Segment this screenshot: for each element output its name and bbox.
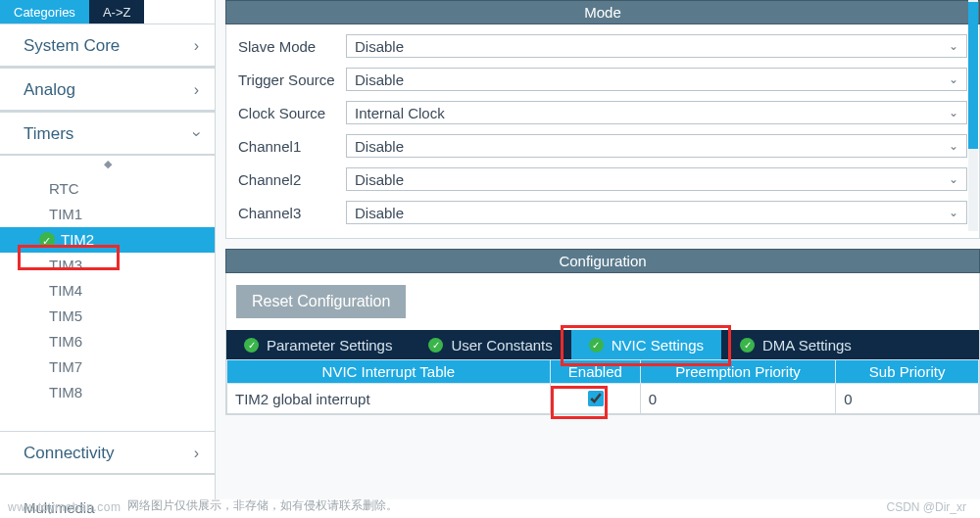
tab-parameter-settings[interactable]: ✓Parameter Settings [226, 330, 411, 359]
sidebar-tabs: Categories A->Z [0, 0, 215, 24]
sort-handle-icon[interactable]: ◆ [0, 156, 215, 176]
select-channel3[interactable]: Disable⌄ [346, 201, 967, 224]
tree-item-tim8[interactable]: TIM8 [0, 380, 215, 405]
th-interrupt: NVIC Interrupt Table [227, 360, 551, 384]
select-slave-mode[interactable]: Disable⌄ [346, 34, 967, 58]
check-icon: ✓ [244, 338, 259, 353]
cat-connectivity[interactable]: Connectivity › [0, 431, 215, 475]
tree-item-tim6[interactable]: TIM6 [0, 329, 215, 354]
mode-form: Slave Mode Disable⌄ Trigger Source Disab… [225, 24, 980, 239]
lbl-ch2: Channel2 [238, 171, 346, 188]
tab-user-constants[interactable]: ✓User Constants [411, 330, 570, 359]
check-icon: ✓ [740, 338, 755, 353]
lbl-slave: Slave Mode [238, 38, 346, 55]
checkbox-enabled[interactable] [588, 391, 604, 406]
right-panel: Mode Slave Mode Disable⌄ Trigger Source … [216, 0, 980, 499]
tree-item-tim4[interactable]: TIM4 [0, 278, 215, 304]
lbl-ch1: Channel1 [238, 138, 346, 155]
tab-nvic-settings[interactable]: ✓NVIC Settings [571, 330, 722, 359]
cell-sub[interactable]: 0 [836, 384, 979, 414]
cat-label: Timers [24, 124, 74, 144]
chevron-right-icon: › [194, 445, 199, 462]
chevron-right-icon: › [194, 37, 199, 55]
timer-tree: RTC TIM1 TIM2 TIM3 TIM4 TIM5 TIM6 TIM7 T… [0, 176, 215, 405]
cat-timers[interactable]: Timers › ◆ RTC TIM1 TIM2 TIM3 TIM4 TIM5 … [0, 112, 215, 405]
cell-interrupt-name: TIM2 global interrupt [227, 384, 551, 414]
check-icon: ✓ [428, 338, 443, 353]
chevron-down-icon: ⌄ [949, 206, 958, 219]
nvic-table: NVIC Interrupt Table Enabled Preemption … [226, 359, 979, 414]
select-clock-source[interactable]: Internal Clock⌄ [346, 101, 967, 124]
table-row[interactable]: TIM2 global interrupt 0 0 [227, 384, 979, 414]
app-root: Categories A->Z System Core › Analog › T… [0, 0, 980, 499]
mode-panel: Mode Slave Mode Disable⌄ Trigger Source … [225, 0, 980, 239]
footer-credit: CSDN @Dir_xr [886, 500, 966, 514]
cat-system-core[interactable]: System Core › [0, 24, 215, 68]
footer-hint: 网络图片仅供展示，非存储，如有侵权请联系删除。 [127, 497, 398, 514]
lbl-clock: Clock Source [238, 105, 346, 121]
th-preempt: Preemption Priority [640, 360, 835, 384]
chevron-down-icon: ⌄ [949, 139, 958, 153]
check-icon [39, 232, 55, 248]
cell-preempt[interactable]: 0 [640, 384, 835, 414]
config-panel: Configuration Reset Configuration ✓Param… [225, 249, 980, 415]
cat-analog[interactable]: Analog › [0, 68, 215, 112]
chevron-down-icon: ⌄ [949, 39, 958, 53]
sidebar-tab-categories[interactable]: Categories [0, 0, 89, 24]
cat-label: Connectivity [24, 444, 115, 463]
scrollbar-thumb[interactable] [968, 2, 978, 149]
config-tabs: ✓Parameter Settings ✓User Constants ✓NVI… [226, 330, 979, 359]
th-sub: Sub Priority [836, 360, 979, 384]
tree-item-tim2[interactable]: TIM2 [0, 227, 215, 253]
mode-header: Mode [225, 0, 980, 24]
tree-item-rtc[interactable]: RTC [0, 176, 215, 202]
chevron-down-icon: ⌄ [949, 72, 958, 86]
lbl-trigger: Trigger Source [238, 71, 346, 88]
cat-label: Analog [24, 80, 75, 100]
chevron-right-icon: › [194, 81, 199, 99]
check-icon: ✓ [589, 338, 604, 353]
tab-dma-settings[interactable]: ✓DMA Settings [722, 330, 870, 359]
chevron-down-icon: ⌄ [949, 106, 958, 119]
tree-item-tim3[interactable]: TIM3 [0, 253, 215, 278]
th-enabled: Enabled [550, 360, 640, 384]
lbl-ch3: Channel3 [238, 205, 346, 221]
chevron-down-icon: › [194, 125, 199, 143]
tree-item-tim5[interactable]: TIM5 [0, 304, 215, 329]
sidebar: Categories A->Z System Core › Analog › T… [0, 0, 216, 499]
cat-label: System Core [24, 36, 120, 56]
tree-item-tim1[interactable]: TIM1 [0, 202, 215, 227]
select-channel2[interactable]: Disable⌄ [346, 167, 967, 191]
reset-configuration-button[interactable]: Reset Configuration [236, 285, 406, 318]
sidebar-tab-az[interactable]: A->Z [89, 0, 145, 24]
select-channel1[interactable]: Disable⌄ [346, 134, 967, 158]
tree-item-tim7[interactable]: TIM7 [0, 354, 215, 380]
chevron-down-icon: ⌄ [949, 172, 958, 186]
select-trigger-source[interactable]: Disable⌄ [346, 68, 967, 91]
config-header: Configuration [225, 249, 980, 273]
watermark-text: www.toymoban.com [8, 500, 121, 514]
